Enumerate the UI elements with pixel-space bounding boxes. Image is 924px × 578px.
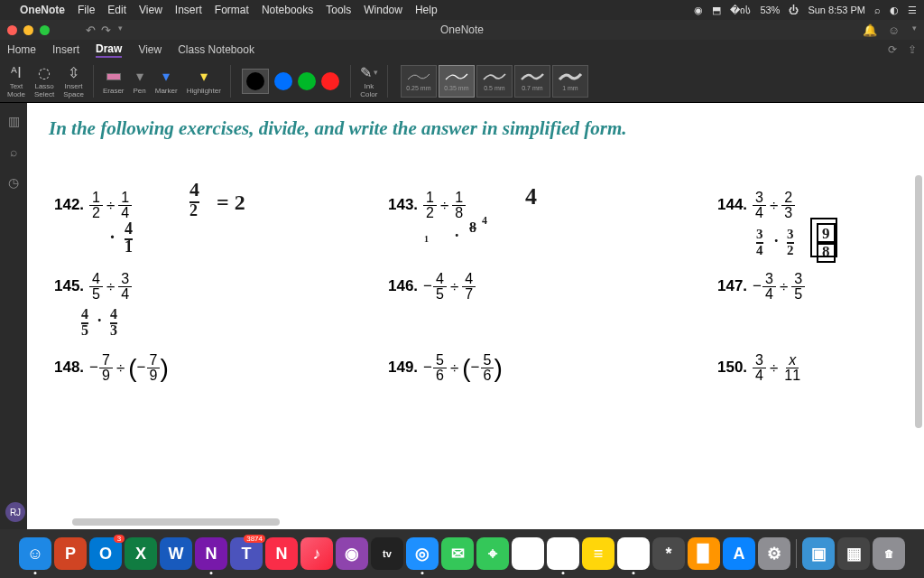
dock-podcasts[interactable]: ◉ bbox=[336, 537, 368, 570]
wifi-icon[interactable]: �ის bbox=[730, 5, 751, 16]
dock-news[interactable]: N bbox=[265, 537, 298, 570]
feedback-icon[interactable]: ⟳ bbox=[888, 43, 897, 56]
draw-toolbar: ᴬIText Mode ◌Lasso Select ⇳Insert Space … bbox=[0, 60, 924, 103]
avatar[interactable]: RJ bbox=[5, 502, 25, 522]
handwriting: · bbox=[97, 312, 102, 331]
handwriting: = 2 bbox=[217, 191, 245, 215]
eraser-button[interactable]: Eraser bbox=[99, 66, 128, 97]
thickness-025[interactable]: 0.25 mm bbox=[401, 65, 437, 98]
highlighter-button[interactable]: ▾Highlighter bbox=[183, 66, 225, 97]
search-icon[interactable]: ⌕ bbox=[10, 144, 17, 159]
siri-icon[interactable]: ◐ bbox=[890, 5, 899, 16]
mac-menubar: OneNote File Edit View Insert Format Not… bbox=[0, 0, 924, 20]
dock-systemprefs[interactable]: ⚙ bbox=[758, 537, 790, 570]
answer-box-144 bbox=[810, 218, 837, 257]
horizontal-scrollbar[interactable] bbox=[72, 518, 280, 526]
handwriting: 4 bbox=[189, 178, 199, 203]
control-center-icon[interactable]: ☰ bbox=[908, 5, 917, 16]
ink-green[interactable] bbox=[298, 72, 316, 90]
redo-button[interactable]: ↷ bbox=[101, 23, 111, 37]
menu-tools[interactable]: Tools bbox=[326, 4, 351, 16]
menu-help[interactable]: Help bbox=[415, 4, 438, 16]
menu-window[interactable]: Window bbox=[364, 4, 402, 16]
insert-space-button[interactable]: ⇳Insert Space bbox=[60, 61, 88, 100]
dock-appstore[interactable]: A bbox=[723, 537, 755, 570]
maximize-button[interactable] bbox=[40, 25, 50, 35]
dock-onenote[interactable]: N bbox=[195, 537, 227, 570]
minimize-button[interactable] bbox=[23, 25, 33, 35]
menu-file[interactable]: File bbox=[78, 4, 95, 16]
thickness-07[interactable]: 0.7 mm bbox=[514, 65, 550, 98]
dock-teams[interactable]: T3874 bbox=[230, 537, 263, 570]
tab-class-notebook[interactable]: Class Notebook bbox=[178, 43, 254, 56]
handwriting: · bbox=[774, 232, 779, 251]
ribbon-tabs: Home Insert Draw View Class Notebook ⟳ ⇪ bbox=[0, 40, 924, 60]
notifications-icon[interactable]: 🔔 bbox=[863, 23, 877, 37]
ink-black[interactable] bbox=[242, 69, 269, 94]
marker-button[interactable]: ▾Marker bbox=[152, 66, 181, 97]
thickness-1[interactable]: 1 mm bbox=[552, 65, 588, 98]
notebooks-icon[interactable]: ▥ bbox=[8, 114, 20, 128]
dock-word[interactable]: W bbox=[160, 537, 192, 570]
share-icon[interactable]: ⇪ bbox=[908, 43, 917, 56]
handwriting: · bbox=[110, 227, 115, 247]
dock: ☺PO3XWNT3874N♪◉tv◎✉⌖✿12≡◉*▉A⚙▣▦🗑 bbox=[0, 529, 924, 578]
thickness-group: 0.25 mm 0.35 mm 0.5 mm 0.7 mm 1 mm bbox=[401, 65, 588, 98]
dock-calendar[interactable]: 12 bbox=[547, 537, 579, 570]
dock-appletv[interactable]: tv bbox=[371, 537, 403, 570]
dropshare-icon[interactable]: ⬒ bbox=[712, 5, 721, 16]
menu-notebooks[interactable]: Notebooks bbox=[262, 4, 313, 16]
left-rail: ▥ ⌕ ◷ bbox=[0, 103, 27, 529]
dock-finder[interactable]: ☺ bbox=[19, 537, 51, 570]
handwriting: 4 bbox=[81, 306, 88, 324]
recent-icon[interactable]: ◷ bbox=[8, 175, 19, 190]
pen-button[interactable]: ▾Pen bbox=[130, 66, 150, 97]
menu-insert[interactable]: Insert bbox=[175, 4, 202, 16]
thickness-05[interactable]: 0.5 mm bbox=[476, 65, 513, 98]
ink-blue[interactable] bbox=[274, 72, 292, 90]
dock-chrome[interactable]: ◉ bbox=[617, 537, 650, 570]
dock-powerpoint[interactable]: P bbox=[54, 537, 87, 570]
dock-app1[interactable]: * bbox=[652, 537, 685, 570]
dock-books[interactable]: ▉ bbox=[688, 537, 720, 570]
dock-maps[interactable]: ⌖ bbox=[476, 537, 509, 570]
handwriting: 4 bbox=[482, 214, 487, 228]
vertical-scrollbar[interactable] bbox=[915, 175, 922, 428]
tab-home[interactable]: Home bbox=[7, 43, 36, 56]
menu-format[interactable]: Format bbox=[215, 4, 249, 16]
undo-button[interactable]: ↶ bbox=[86, 23, 96, 37]
ink-red[interactable] bbox=[321, 72, 339, 90]
problem-146: 146.−45÷47 bbox=[388, 272, 476, 302]
menu-view[interactable]: View bbox=[139, 4, 162, 16]
dock-excel[interactable]: X bbox=[125, 537, 157, 570]
tab-view[interactable]: View bbox=[138, 43, 162, 56]
app-menu[interactable]: OneNote bbox=[20, 4, 65, 16]
handwriting: 3 bbox=[110, 322, 117, 339]
dock-trash[interactable]: 🗑 bbox=[873, 537, 905, 570]
menu-edit[interactable]: Edit bbox=[107, 4, 126, 16]
battery-icon[interactable]: ⏻ bbox=[789, 5, 799, 15]
thickness-035[interactable]: 0.35 mm bbox=[439, 65, 475, 98]
dock-photos[interactable]: ✿ bbox=[512, 537, 544, 570]
dock-music[interactable]: ♪ bbox=[300, 537, 333, 570]
lasso-select-button[interactable]: ◌Lasso Select bbox=[31, 61, 58, 100]
zoom-icon[interactable]: ◉ bbox=[694, 5, 703, 16]
close-button[interactable] bbox=[7, 25, 17, 35]
dock-notes[interactable]: ≡ bbox=[582, 537, 614, 570]
clock[interactable]: Sun 8:53 PM bbox=[808, 5, 865, 15]
window-titlebar: ↶ ↷ ▾ OneNote 🔔 ☺ ▾ bbox=[0, 20, 924, 40]
ink-color-button[interactable]: ✎▾Ink Color bbox=[356, 61, 382, 100]
tab-insert[interactable]: Insert bbox=[52, 43, 79, 56]
text-mode-button[interactable]: ᴬIText Mode bbox=[4, 61, 29, 100]
dock-folder[interactable]: ▣ bbox=[802, 537, 835, 570]
handwriting: 2 bbox=[787, 243, 794, 258]
dock-messages[interactable]: ✉ bbox=[441, 537, 474, 570]
dock-outlook[interactable]: O3 bbox=[89, 537, 122, 570]
dock-safari[interactable]: ◎ bbox=[406, 537, 439, 570]
tab-draw[interactable]: Draw bbox=[96, 42, 122, 58]
dock-screenshot[interactable]: ▦ bbox=[837, 537, 870, 570]
account-icon[interactable]: ☺ bbox=[888, 23, 900, 37]
handwriting: 5 bbox=[81, 322, 88, 339]
page-canvas[interactable]: In the following exercises, divide, and … bbox=[27, 103, 924, 529]
search-icon[interactable]: ⌕ bbox=[874, 5, 881, 15]
